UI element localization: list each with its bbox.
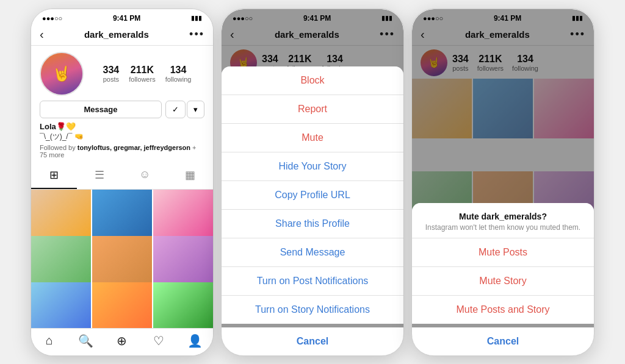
action-mute[interactable]: Mute	[222, 124, 403, 152]
following-button[interactable]: ✓	[165, 101, 186, 118]
more-button-1[interactable]: •••	[189, 28, 204, 41]
stat-following-num: 134	[165, 65, 192, 76]
message-button[interactable]: Message	[40, 101, 162, 118]
signal-dots: ●●●○○	[42, 15, 62, 22]
mute-cancel-btn[interactable]: Cancel	[412, 327, 594, 355]
status-bar-1: ●●●○○ 9:41 PM ▮▮▮	[31, 9, 213, 25]
mute-posts-btn[interactable]: Mute Posts	[412, 238, 594, 267]
action-copy-url[interactable]: Copy Profile URL	[222, 181, 403, 210]
photo-grid-1	[31, 190, 213, 328]
stat-followers-label: followers	[129, 76, 155, 83]
mute-overlay: Mute dark_emeralds? Instagram won't let …	[412, 9, 594, 355]
action-block[interactable]: Block	[222, 66, 403, 95]
action-post-notifications[interactable]: Turn on Post Notifications	[222, 267, 403, 296]
tab-grid[interactable]: ⊞	[31, 162, 77, 189]
action-report[interactable]: Report	[222, 95, 403, 124]
nav-add[interactable]: ⊕	[104, 334, 140, 348]
mute-title: Mute dark_emeralds?	[424, 212, 582, 221]
stat-posts-num: 334	[103, 65, 120, 76]
followed-by-text: Followed by tonyloftus, gregmar, jeffrey…	[40, 144, 196, 159]
mute-posts-story-btn[interactable]: Mute Posts and Story	[412, 296, 594, 324]
tab-row-1: ⊞ ☰ ☺ ▦	[31, 162, 213, 190]
tab-tagged[interactable]: ☺	[122, 162, 168, 189]
avatar-1: 🤘	[40, 52, 84, 96]
nav-profile[interactable]: 👤	[176, 334, 213, 348]
mute-story-btn[interactable]: Mute Story	[412, 267, 594, 296]
phone-1: ●●●○○ 9:41 PM ▮▮▮ ‹ dark_emeralds ••• 🤘 …	[31, 9, 214, 356]
action-sheet: Block Report Mute Hide Your Story Copy P…	[222, 66, 403, 324]
stat-followers-num: 211K	[129, 65, 155, 76]
avatar-image-1: 🤘	[41, 53, 82, 95]
action-hide-story[interactable]: Hide Your Story	[222, 152, 403, 181]
nav-bar-1: ‹ dark_emeralds •••	[31, 25, 213, 46]
tab-igtv[interactable]: ▦	[168, 162, 214, 189]
stat-following: 134 following	[165, 65, 192, 83]
stat-following-label: following	[165, 76, 192, 83]
stat-posts-label: posts	[103, 76, 120, 83]
nav-home[interactable]: ⌂	[31, 334, 68, 348]
grid-item-7[interactable]	[31, 282, 91, 327]
tab-list[interactable]: ☰	[77, 162, 123, 189]
action-share-profile[interactable]: Share this Profile	[222, 210, 403, 238]
stats-1: 334 posts 211K followers 134 following	[90, 65, 204, 83]
mute-header: Mute dark_emeralds? Instagram won't let …	[412, 203, 594, 238]
mute-options: Mute Posts Mute Story Mute Posts and Sto…	[412, 238, 594, 324]
modal-overlay-2: Block Report Mute Hide Your Story Copy P…	[222, 9, 403, 355]
profile-name-1: Lola🌹💛	[40, 122, 204, 131]
nav-likes[interactable]: ♡	[140, 334, 177, 348]
mute-dialog: Mute dark_emeralds? Instagram won't let …	[412, 203, 594, 324]
profile-followed-1: Followed by tonyloftus, gregmar, jeffrey…	[40, 144, 204, 159]
nav-search[interactable]: 🔍	[68, 334, 104, 348]
phone-2: ●●●○○ 9:41 PM ▮▮▮ ‹ dark_emeralds ••• 🤘 …	[221, 9, 404, 356]
phone-3: ●●●○○ 9:41 PM ▮▮▮ ‹ dark_emeralds ••• 🤘 …	[411, 9, 594, 356]
profile-section-1: 🤘 334 posts 211K followers 134 following…	[31, 46, 213, 162]
action-cancel-btn[interactable]: Cancel	[222, 327, 403, 355]
action-story-notifications[interactable]: Turn on Story Notifications	[222, 296, 403, 324]
grid-item-8[interactable]	[92, 282, 152, 327]
stat-followers: 211K followers	[129, 65, 155, 83]
stat-posts: 334 posts	[103, 65, 120, 83]
back-button[interactable]: ‹	[40, 27, 44, 41]
profile-username-1: dark_emeralds	[84, 29, 149, 40]
follow-dropdown-button[interactable]: ▾	[187, 101, 204, 118]
bottom-nav-1: ⌂ 🔍 ⊕ ♡ 👤	[31, 328, 213, 355]
profile-bio-1: ¯\_(ツ)_/¯ 🤜	[40, 132, 204, 142]
grid-item-9[interactable]	[153, 282, 213, 327]
action-send-message[interactable]: Send Message	[222, 238, 403, 267]
mute-subtitle: Instagram won't let them know you muted …	[424, 223, 582, 232]
battery-icon: ▮▮▮	[191, 15, 202, 21]
time-display: 9:41 PM	[113, 14, 140, 23]
